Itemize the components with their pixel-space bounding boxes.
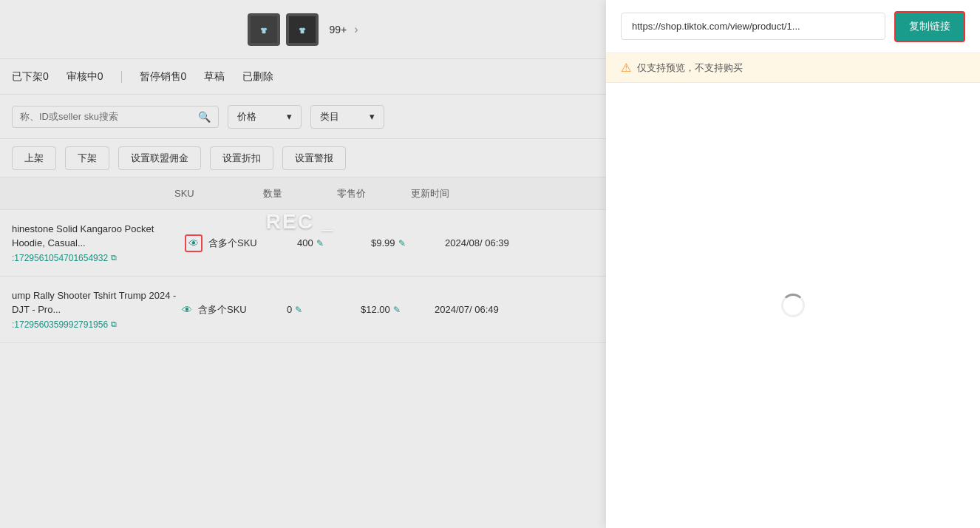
table-row: hinestone Solid Kangaroo Pocket Hoodie, … bbox=[0, 210, 606, 277]
product-link-icon-1[interactable]: ⧉ bbox=[111, 253, 117, 263]
cell-price-1: $9.99 ✎ bbox=[371, 237, 445, 248]
set-alert-button[interactable]: 设置警报 bbox=[282, 146, 346, 170]
product-info-2: ump Rally Shooter Tshirt Trump 2024 - DJ… bbox=[12, 289, 182, 329]
tab-separator bbox=[121, 71, 122, 83]
cell-sku-2: 含多个SKU bbox=[198, 303, 287, 317]
edit-price-icon-1[interactable]: ✎ bbox=[398, 238, 406, 248]
table-header: SKU 数量 零售价 更新时间 bbox=[0, 177, 606, 210]
badge-count: 99+ bbox=[329, 24, 347, 35]
main-content-area: 👕 👕 99+ › 已下架0 审核中0 暂停销售0 草稿 已删除 🔍 bbox=[0, 0, 606, 528]
tab-nav: 已下架0 审核中0 暂停销售0 草稿 已删除 bbox=[0, 59, 606, 95]
product-info-1: hinestone Solid Kangaroo Pocket Hoodie, … bbox=[12, 223, 182, 263]
edit-price-icon-2[interactable]: ✎ bbox=[393, 305, 401, 315]
warning-text: 仅支持预览，不支持购买 bbox=[637, 61, 743, 75]
cell-price-2: $12.00 ✎ bbox=[361, 304, 435, 315]
edit-qty-icon-1[interactable]: ✎ bbox=[316, 238, 324, 248]
svg-text:👕: 👕 bbox=[260, 27, 268, 34]
chevron-down-icon: ▾ bbox=[287, 111, 292, 122]
cell-update-2: 2024/07/ 06:49 bbox=[435, 304, 523, 315]
tab-reviewing[interactable]: 审核中0 bbox=[67, 67, 103, 87]
cell-qty-2: 0 ✎ bbox=[287, 304, 361, 315]
search-input[interactable] bbox=[20, 111, 194, 122]
edit-qty-icon-2[interactable]: ✎ bbox=[295, 305, 302, 315]
svg-text:👕: 👕 bbox=[299, 27, 306, 34]
tab-paused[interactable]: 暂停销售0 bbox=[140, 67, 187, 87]
product-link-icon-2[interactable]: ⧉ bbox=[111, 319, 117, 329]
chevron-down-icon-2: ▾ bbox=[370, 111, 375, 122]
next-arrow-icon: › bbox=[354, 23, 358, 36]
visibility-icon-1[interactable]: 👁 bbox=[185, 234, 203, 252]
price-dropdown[interactable]: 价格 ▾ bbox=[228, 105, 302, 129]
top-bar: 👕 👕 99+ › bbox=[0, 0, 606, 59]
product-name-1: hinestone Solid Kangaroo Pocket Hoodie, … bbox=[12, 223, 182, 249]
loading-spinner bbox=[781, 294, 805, 317]
eye-badge-1[interactable]: 👁 bbox=[182, 234, 203, 252]
action-bar: 上架 下架 设置联盟佣金 设置折扣 设置警报 bbox=[0, 139, 606, 177]
publish-button[interactable]: 上架 bbox=[12, 146, 56, 170]
warning-bar: ⚠ 仅支持预览，不支持购买 bbox=[606, 53, 980, 83]
search-icon: 🔍 bbox=[198, 111, 211, 123]
unpublish-button[interactable]: 下架 bbox=[65, 146, 109, 170]
right-panel: 复制链接 ⚠ 仅支持预览，不支持购买 bbox=[606, 0, 980, 528]
category-dropdown[interactable]: 类目 ▾ bbox=[310, 105, 384, 129]
product-id-2: :1729560359992791956 ⧉ bbox=[12, 319, 182, 330]
url-input[interactable] bbox=[621, 13, 885, 40]
copy-link-button[interactable]: 复制链接 bbox=[894, 11, 965, 42]
eye-badge-2[interactable]: 👁 bbox=[182, 304, 192, 316]
product-name-2: ump Rally Shooter Tshirt Trump 2024 - DJ… bbox=[12, 289, 182, 316]
warning-icon: ⚠ bbox=[621, 61, 631, 75]
cell-sku-1: 含多个SKU bbox=[208, 237, 297, 250]
cell-qty-1: 400 ✎ bbox=[297, 237, 371, 248]
tab-deleted[interactable]: 已删除 bbox=[242, 67, 273, 87]
product-images: 👕 👕 bbox=[248, 13, 319, 46]
tab-draft[interactable]: 草稿 bbox=[204, 67, 225, 87]
col-header-sku: SKU bbox=[174, 188, 263, 199]
col-header-price: 零售价 bbox=[337, 187, 411, 200]
set-commission-button[interactable]: 设置联盟佣金 bbox=[118, 146, 201, 170]
panel-header: 复制链接 bbox=[606, 0, 980, 53]
search-box[interactable]: 🔍 bbox=[12, 106, 219, 128]
product-thumb-1: 👕 bbox=[248, 13, 280, 46]
col-header-update: 更新时间 bbox=[411, 187, 500, 200]
product-id-1: :1729561054701654932 ⧉ bbox=[12, 253, 182, 263]
visibility-icon-2[interactable]: 👁 bbox=[182, 304, 192, 316]
product-thumb-2: 👕 bbox=[286, 13, 319, 46]
set-discount-button[interactable]: 设置折扣 bbox=[210, 146, 273, 170]
filter-bar: 🔍 价格 ▾ 类目 ▾ bbox=[0, 95, 606, 139]
table-row: ump Rally Shooter Tshirt Trump 2024 - DJ… bbox=[0, 277, 606, 343]
cell-update-1: 2024/08/ 06:39 bbox=[445, 237, 534, 248]
tab-delisted[interactable]: 已下架0 bbox=[12, 67, 49, 87]
col-header-qty: 数量 bbox=[263, 187, 337, 200]
panel-content bbox=[606, 83, 980, 528]
